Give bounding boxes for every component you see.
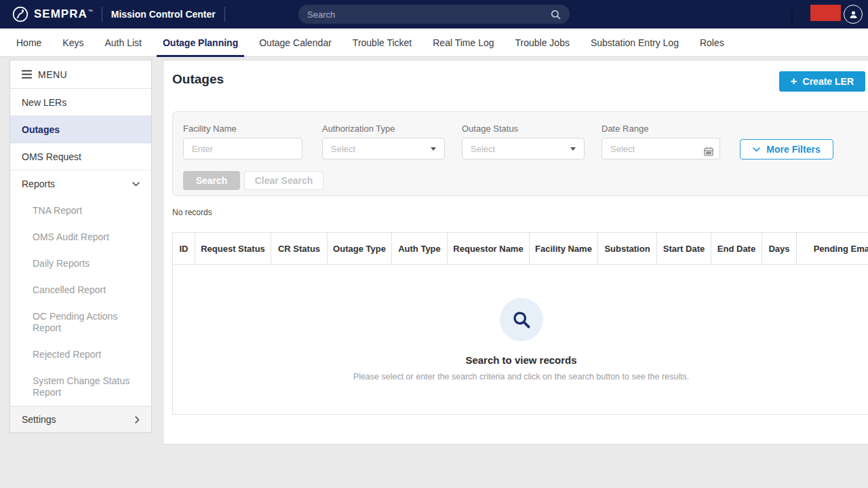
sidebar-item-reports[interactable]: Reports [10, 170, 151, 198]
sidebar-subitem-rejected-report[interactable]: Rejected Report [10, 341, 151, 368]
calendar-icon[interactable] [704, 147, 713, 156]
user-icon [848, 10, 859, 20]
column-header-id[interactable]: ID [172, 233, 195, 264]
sidebar-item-label: Outages [22, 124, 60, 135]
app-title: Mission Control Center [111, 9, 216, 20]
chevron-down-icon [753, 147, 760, 152]
select-placeholder: Select [331, 144, 355, 154]
brand-trademark: ™ [88, 9, 93, 14]
sidebar-item-new-lers[interactable]: New LERs [10, 89, 151, 116]
create-ler-label: Create LER [803, 76, 854, 87]
column-header-facility-name[interactable]: Facility Name [530, 233, 598, 264]
main-content-card: Outages + Create LER Facility Name Autho… [163, 60, 868, 445]
sidebar-subitem-system-change-status-report[interactable]: System Change Status Report [10, 368, 151, 406]
sidebar-item-settings[interactable]: Settings [10, 406, 151, 432]
tab-real-time-log[interactable]: Real Time Log [427, 29, 500, 56]
tab-roles[interactable]: Roles [694, 29, 730, 56]
tab-outage-calendar[interactable]: Outage Calendar [253, 29, 338, 56]
filter-panel: Facility Name Authorization Type Select … [172, 111, 868, 196]
select-placeholder: Select [471, 144, 495, 154]
more-filters-button[interactable]: More Filters [740, 139, 833, 159]
tab-home[interactable]: Home [10, 29, 47, 56]
sidebar-item-label: Settings [22, 414, 56, 425]
outage-status-select[interactable]: Select [462, 138, 585, 159]
authorization-type-label: Authorization Type [322, 124, 445, 134]
header-divider [224, 7, 225, 22]
caret-down-icon [431, 147, 436, 151]
column-header-start-date[interactable]: Start Date [657, 233, 711, 264]
sidebar-subitem-oms-audit-report[interactable]: OMS Audit Report [10, 224, 151, 250]
sidebar-menu-label: MENU [38, 69, 67, 80]
sidebar-menu-toggle[interactable]: MENU [10, 60, 151, 89]
empty-state-icon-circle [500, 298, 543, 341]
column-header-cr-status[interactable]: CR Status [271, 233, 328, 264]
global-search-input[interactable] [307, 10, 551, 20]
page-title: Outages [172, 72, 224, 87]
date-range-input[interactable] [601, 138, 720, 159]
column-header-substation[interactable]: Substation [598, 233, 657, 264]
caret-down-icon [570, 147, 576, 151]
results-table-body: Search to view records Please select or … [172, 265, 868, 415]
column-header-days[interactable]: Days [762, 233, 797, 264]
create-ler-button[interactable]: + Create LER [779, 71, 865, 92]
sidebar-subitem-daily-reports[interactable]: Daily Reports [10, 250, 151, 277]
sidebar-subitem-cancelled-report[interactable]: Cancelled Report [10, 277, 151, 303]
brand-name: SEMPRA [34, 7, 87, 21]
records-count-status: No records [172, 208, 212, 217]
tab-trouble-jobs[interactable]: Trouble Jobs [509, 29, 576, 56]
global-search[interactable] [298, 5, 570, 24]
empty-state-title: Search to view records [173, 354, 868, 366]
column-header-pending-email[interactable]: Pending Email [797, 233, 868, 264]
tab-outage-planning[interactable]: Outage Planning [157, 29, 244, 56]
user-name-redacted [810, 5, 841, 21]
tab-keys[interactable]: Keys [56, 29, 90, 56]
column-header-requestor-name[interactable]: Requestor Name [448, 233, 530, 264]
hamburger-icon [22, 70, 32, 79]
header-divider [102, 7, 102, 22]
facility-name-input[interactable] [183, 138, 302, 159]
column-header-end-date[interactable]: End Date [711, 233, 762, 264]
sidebar-subitem-oc-pending-actions-report[interactable]: OC Pending Actions Report [10, 303, 151, 341]
outage-status-field: Outage Status Select [462, 124, 585, 159]
authorization-type-select[interactable]: Select [322, 138, 445, 159]
sidebar-item-outages[interactable]: Outages [10, 116, 151, 143]
column-header-auth-type[interactable]: Auth Type [392, 233, 448, 264]
empty-state-subtitle: Please select or enter the search criter… [173, 372, 868, 381]
sidebar-item-label: OMS Request [22, 151, 81, 162]
top-header-bar: SEMPRA ™ Mission Control Center [0, 0, 868, 29]
facility-name-field: Facility Name [183, 124, 302, 159]
sidebar-subitem-tna-report[interactable]: TNA Report [10, 198, 151, 224]
facility-name-label: Facility Name [183, 124, 302, 134]
sidebar: MENU New LERs Outages OMS Request Report… [9, 60, 152, 433]
sidebar-item-oms-request[interactable]: OMS Request [10, 143, 151, 170]
column-header-outage-type[interactable]: Outage Type [328, 233, 392, 264]
plus-icon: + [791, 75, 797, 87]
search-button[interactable]: Search [183, 171, 240, 190]
main-nav-tabs: Home Keys Auth List Outage Planning Outa… [0, 29, 868, 57]
tab-trouble-ticket[interactable]: Trouble Ticket [347, 29, 418, 56]
sidebar-item-label: New LERs [22, 97, 66, 108]
date-range-label: Date Range [601, 124, 720, 134]
chevron-right-icon [135, 416, 140, 424]
header-separator [791, 10, 793, 27]
user-menu-button[interactable] [844, 5, 863, 24]
more-filters-label: More Filters [766, 144, 820, 155]
date-range-field: Date Range [601, 124, 720, 159]
authorization-type-field: Authorization Type Select [322, 124, 445, 159]
tab-auth-list[interactable]: Auth List [98, 29, 147, 56]
chevron-down-icon [132, 182, 140, 187]
search-icon [511, 309, 532, 330]
clear-search-button[interactable]: Clear Search [244, 171, 323, 190]
search-icon[interactable] [551, 10, 561, 20]
empty-state: Search to view records Please select or … [173, 298, 868, 381]
outage-status-label: Outage Status [462, 124, 585, 134]
results-table-header: ID Request Status CR Status Outage Type … [172, 232, 868, 265]
sidebar-item-label: Reports [22, 179, 55, 189]
tab-substation-entry-log[interactable]: Substation Entry Log [585, 29, 685, 56]
brand-logo[interactable]: SEMPRA ™ [12, 6, 93, 22]
sempra-logo-icon [12, 6, 28, 22]
column-header-request-status[interactable]: Request Status [195, 233, 271, 264]
